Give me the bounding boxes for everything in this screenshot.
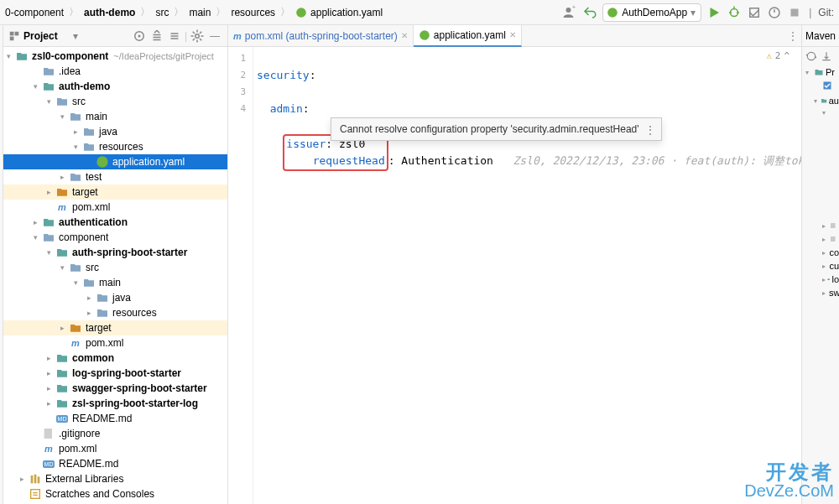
tree-arrow-icon[interactable]	[34, 233, 42, 242]
tree-arrow-icon[interactable]	[47, 384, 55, 392]
maven-item[interactable]: ▸	[802, 219, 839, 232]
tree-item[interactable]: auth-demo	[3, 79, 227, 94]
tree-arrow-icon[interactable]	[87, 294, 96, 302]
tree-item[interactable]: application.yaml	[3, 154, 227, 169]
breadcrumb-item[interactable]: resources	[231, 7, 275, 18]
tree-arrow-icon[interactable]	[47, 248, 55, 257]
tree-item[interactable]: MDREADME.md	[3, 411, 227, 426]
maven-header[interactable]: Maven	[802, 25, 839, 47]
tree-item[interactable]: component	[3, 230, 227, 245]
maven-item[interactable]: ▾	[802, 107, 839, 118]
download-icon[interactable]	[821, 50, 832, 62]
close-icon[interactable]: ✕	[401, 31, 408, 40]
more-icon[interactable]: ⋮	[644, 123, 656, 137]
breadcrumb-item[interactable]: main	[189, 7, 211, 18]
coverage-button[interactable]	[747, 5, 762, 20]
tree-item-label: java	[112, 292, 131, 304]
checkbox-icon[interactable]	[822, 81, 832, 92]
undo-icon[interactable]	[582, 5, 597, 20]
maven-item[interactable]: ▸co	[802, 246, 839, 259]
tree-arrow-icon[interactable]	[20, 475, 29, 483]
breadcrumb-item[interactable]: application.yaml	[310, 7, 383, 18]
refresh-icon[interactable]	[805, 50, 817, 62]
tree-item[interactable]: target	[3, 184, 227, 200]
tree-arrow-icon[interactable]	[47, 354, 55, 362]
tree-arrow-icon[interactable]	[87, 309, 96, 317]
close-icon[interactable]: ✕	[509, 30, 516, 39]
maven-item[interactable]: ▸	[802, 232, 839, 246]
tree-item[interactable]: log-spring-boot-starter	[3, 366, 227, 381]
tree-item[interactable]: .idea	[3, 64, 227, 79]
tree-item[interactable]: Scratches and Consoles	[3, 486, 227, 501]
maven-item[interactable]: ▸cu	[802, 259, 839, 273]
hide-icon[interactable]: —	[207, 29, 222, 44]
tree-item[interactable]: auth-spring-boot-starter	[3, 245, 227, 260]
tree-arrow-icon[interactable]	[34, 82, 42, 91]
maven-item[interactable]: ▸sw	[802, 286, 839, 299]
tab-pom[interactable]: m pom.xml (auth-spring-boot-starter) ✕	[228, 25, 414, 47]
stop-button[interactable]	[787, 5, 802, 20]
tree-item[interactable]: MDREADME.md	[3, 456, 227, 471]
tree-arrow-icon[interactable]	[60, 112, 69, 121]
tree-arrow-icon[interactable]	[74, 127, 82, 136]
maven-item[interactable]: ▾au	[802, 94, 839, 107]
tree-arrow-icon[interactable]	[47, 369, 55, 377]
tree-item[interactable]: main	[3, 109, 227, 124]
tree-arrow-icon[interactable]	[60, 324, 69, 332]
code-editor[interactable]: 1 2 3 4 security: admin: issuer: zsl0 re…	[228, 47, 801, 504]
tree-arrow-icon[interactable]	[34, 218, 42, 226]
breadcrumb-item[interactable]: auth-demo	[84, 7, 135, 18]
editor-status[interactable]: ⚠ 2 ^	[766, 50, 789, 61]
breadcrumb-item[interactable]: src	[155, 7, 169, 18]
tree-arrow-icon[interactable]	[47, 399, 55, 408]
add-user-icon[interactable]: +	[562, 5, 577, 20]
tree-arrow-icon[interactable]	[47, 188, 55, 196]
tree-item[interactable]: zsl-spring-boot-starter-log	[3, 396, 227, 411]
project-tree[interactable]: zsl0-component ~/IdeaProjects/gitProject…	[3, 47, 227, 504]
tree-item[interactable]: resources	[3, 139, 227, 154]
chevron-down-icon[interactable]: ▾	[73, 30, 78, 42]
tree-item[interactable]: common	[3, 351, 227, 366]
tree-item[interactable]: mpom.xml	[3, 200, 227, 215]
maven-item[interactable]	[802, 79, 839, 94]
tree-item[interactable]: src	[3, 94, 227, 109]
tree-arrow-icon[interactable]	[74, 278, 82, 287]
collapse-icon[interactable]	[167, 29, 182, 44]
navigation-bar: 0-component 〉 auth-demo 〉 src 〉 main 〉 r…	[0, 0, 839, 25]
locate-icon[interactable]	[132, 29, 147, 44]
spring-icon	[96, 155, 109, 169]
run-config-selector[interactable]: AuthDemoApp ▾	[602, 3, 701, 22]
tree-item[interactable]: test	[3, 169, 227, 184]
gear-icon[interactable]	[190, 29, 205, 44]
expand-icon[interactable]	[149, 29, 164, 44]
tree-arrow-icon[interactable]	[47, 97, 55, 106]
tree-item[interactable]: swagger-spring-boot-starter	[3, 381, 227, 396]
tree-arrow-icon[interactable]	[74, 143, 82, 151]
tree-item[interactable]: target	[3, 320, 227, 335]
tree-item[interactable]: java	[3, 290, 227, 305]
tree-item[interactable]: mpom.xml	[3, 335, 227, 351]
maven-item[interactable]: ▸lo	[802, 273, 839, 286]
maven-item[interactable]: ▾Pr	[802, 65, 839, 79]
tree-root[interactable]: zsl0-component ~/IdeaProjects/gitProject	[3, 49, 227, 64]
tree-arrow-icon[interactable]	[60, 263, 69, 272]
code-content[interactable]: security: admin: issuer: zsl0 requestHea…	[253, 47, 801, 504]
run-button[interactable]	[706, 5, 722, 20]
tab-application-yaml[interactable]: application.yaml ✕	[414, 25, 522, 47]
project-title[interactable]: Project	[23, 30, 70, 42]
breadcrumb-item[interactable]: 0-component	[5, 7, 64, 18]
profiler-button[interactable]	[767, 5, 782, 20]
tree-item[interactable]: External Libraries	[3, 471, 227, 486]
tree-item-label: main	[99, 277, 121, 288]
tree-item[interactable]: authentication	[3, 215, 227, 230]
tree-item[interactable]: .gitignore	[3, 426, 227, 441]
tree-arrow-icon[interactable]	[60, 173, 69, 181]
debug-button[interactable]	[727, 5, 742, 20]
tree-item[interactable]: resources	[3, 305, 227, 320]
svg-point-0	[296, 8, 306, 18]
tree-item[interactable]: mpom.xml	[3, 441, 227, 456]
tree-item[interactable]: src	[3, 260, 227, 275]
more-tabs-icon[interactable]: ⋮	[788, 30, 798, 42]
tree-item[interactable]: java	[3, 124, 227, 139]
tree-item[interactable]: main	[3, 275, 227, 290]
